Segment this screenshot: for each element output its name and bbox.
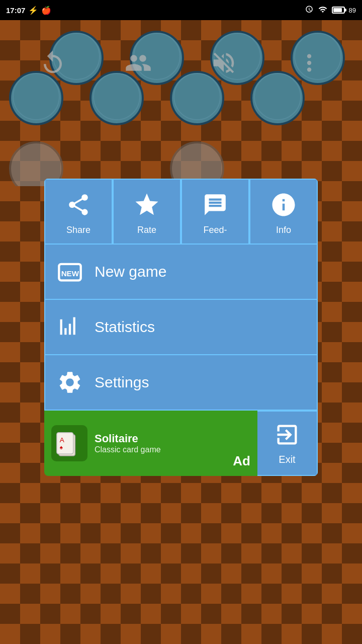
statistics-icon bbox=[55, 312, 84, 342]
ad-title: Solitaire bbox=[95, 432, 226, 445]
exit-label: Exit bbox=[279, 454, 295, 465]
svg-text:♠: ♠ bbox=[60, 444, 63, 450]
statistics-button[interactable]: Statistics bbox=[44, 300, 318, 355]
status-bar: 17:07 ⚡ 🍎 89 bbox=[0, 0, 362, 20]
feedback-icon bbox=[200, 190, 230, 220]
svg-text:A: A bbox=[60, 436, 64, 444]
share-button[interactable]: Share bbox=[44, 179, 113, 245]
alarm-icon bbox=[305, 5, 314, 16]
statistics-label: Statistics bbox=[95, 318, 155, 336]
signal-icon bbox=[318, 5, 328, 16]
feedback-label: Feed- bbox=[203, 225, 227, 235]
rate-icon bbox=[132, 190, 162, 220]
rate-label: Rate bbox=[137, 225, 156, 235]
info-icon bbox=[268, 190, 299, 220]
info-label: Info bbox=[276, 225, 291, 235]
clock-time: 17:07 bbox=[6, 6, 25, 15]
menu-top-row: Share Rate Feed- Info bbox=[44, 179, 318, 245]
share-icon bbox=[63, 190, 94, 220]
ad-game-icon: A ♠ bbox=[51, 425, 87, 461]
new-game-icon: NEW bbox=[55, 257, 84, 286]
settings-icon bbox=[55, 368, 84, 397]
ad-badge: Ad bbox=[233, 453, 250, 469]
ad-subtitle: Classic card game bbox=[95, 445, 226, 454]
ad-text-block: Solitaire Classic card game bbox=[95, 432, 226, 454]
ad-panel[interactable]: A ♠ Solitaire Classic card game Ad bbox=[44, 411, 257, 476]
menu-dialog: Share Rate Feed- Info NEW New game bbox=[44, 179, 318, 476]
info-button[interactable]: Info bbox=[249, 179, 318, 245]
exit-button[interactable]: Exit bbox=[257, 411, 318, 476]
feedback-button[interactable]: Feed- bbox=[181, 179, 249, 245]
settings-label: Settings bbox=[95, 374, 149, 391]
new-game-button[interactable]: NEW New game bbox=[44, 245, 318, 300]
face-icon: 🍎 bbox=[41, 6, 51, 15]
battery-icon bbox=[332, 7, 345, 14]
battery-pct: 89 bbox=[349, 7, 356, 14]
exit-icon bbox=[274, 422, 300, 450]
share-label: Share bbox=[66, 225, 90, 235]
settings-button[interactable]: Settings bbox=[44, 355, 318, 411]
svg-text:NEW: NEW bbox=[61, 269, 79, 278]
rate-button[interactable]: Rate bbox=[113, 179, 181, 245]
new-game-label: New game bbox=[95, 263, 166, 280]
notification-icon: ⚡ bbox=[28, 6, 38, 15]
menu-bottom-row: A ♠ Solitaire Classic card game Ad Exit bbox=[44, 411, 318, 476]
